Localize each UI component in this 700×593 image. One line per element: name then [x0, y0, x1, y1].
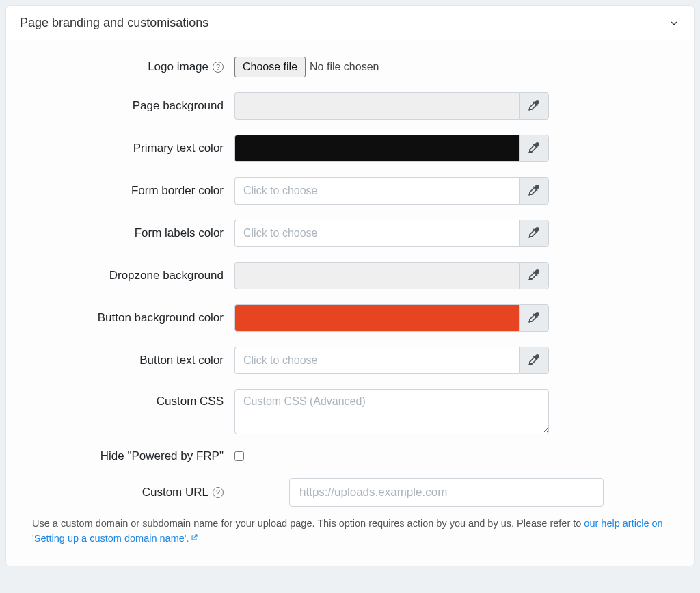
eyedropper-button[interactable]	[519, 135, 549, 162]
custom-css-textarea[interactable]	[234, 389, 549, 434]
eyedropper-button[interactable]	[519, 220, 549, 247]
eyedropper-icon	[528, 227, 539, 240]
label-hide-powered: Hide "Powered by FRP"	[23, 449, 234, 463]
eyedropper-icon	[528, 354, 539, 367]
label-page-background: Page background	[23, 99, 234, 113]
label-primary-text: Primary text color	[23, 142, 234, 155]
row-hide-powered: Hide "Powered by FRP"	[23, 449, 677, 463]
eyedropper-button[interactable]	[519, 92, 549, 120]
eyedropper-icon	[528, 312, 539, 325]
label-custom-url: Custom URL ?	[23, 486, 234, 499]
form-labels-input[interactable]	[234, 220, 519, 247]
row-custom-css: Custom CSS	[23, 389, 677, 434]
label-dropzone-bg: Dropzone background	[23, 269, 234, 282]
eyedropper-icon	[528, 100, 539, 113]
custom-url-help-text: Use a custom domain or subdomain name fo…	[23, 514, 677, 549]
row-form-border: Form border color	[23, 177, 677, 205]
eyedropper-icon	[528, 269, 539, 282]
external-link-icon	[190, 531, 198, 540]
row-primary-text: Primary text color	[23, 135, 677, 162]
eyedropper-button[interactable]	[519, 347, 549, 374]
label-form-labels: Form labels color	[23, 226, 234, 240]
eyedropper-icon	[528, 185, 539, 198]
hide-powered-checkbox[interactable]	[234, 451, 244, 461]
button-text-input[interactable]	[234, 347, 519, 374]
row-dropzone-bg: Dropzone background	[23, 262, 677, 289]
custom-url-input[interactable]	[289, 478, 604, 507]
eyedropper-button[interactable]	[519, 177, 549, 205]
primary-text-swatch[interactable]	[234, 135, 519, 162]
row-page-background: Page background	[23, 92, 677, 120]
help-icon[interactable]: ?	[213, 62, 224, 73]
label-form-border: Form border color	[23, 184, 234, 198]
row-custom-url: Custom URL ?	[23, 478, 677, 507]
label-custom-css: Custom CSS	[23, 389, 234, 408]
eyedropper-button[interactable]	[519, 262, 549, 289]
row-button-text: Button text color	[23, 347, 677, 374]
eyedropper-icon	[528, 142, 539, 155]
chevron-down-icon	[668, 17, 680, 29]
help-icon[interactable]: ?	[213, 487, 224, 498]
dropzone-bg-swatch[interactable]	[234, 262, 519, 289]
label-button-text: Button text color	[23, 354, 234, 367]
branding-panel: Page branding and customisations Logo im…	[5, 5, 695, 566]
row-button-bg: Button background color	[23, 304, 677, 332]
row-logo: Logo image ? Choose file No file chosen	[23, 57, 677, 77]
panel-body: Logo image ? Choose file No file chosen …	[6, 40, 694, 566]
label-button-bg: Button background color	[23, 311, 234, 325]
file-status-text: No file chosen	[310, 61, 379, 73]
page-background-swatch[interactable]	[234, 92, 519, 120]
button-bg-swatch[interactable]	[234, 304, 519, 332]
eyedropper-button[interactable]	[519, 304, 549, 332]
panel-title: Page branding and customisations	[20, 16, 208, 30]
panel-header[interactable]: Page branding and customisations	[6, 6, 694, 40]
choose-file-button[interactable]: Choose file	[234, 57, 306, 77]
form-border-input[interactable]	[234, 177, 519, 205]
label-logo: Logo image ?	[23, 60, 234, 74]
row-form-labels: Form labels color	[23, 220, 677, 247]
